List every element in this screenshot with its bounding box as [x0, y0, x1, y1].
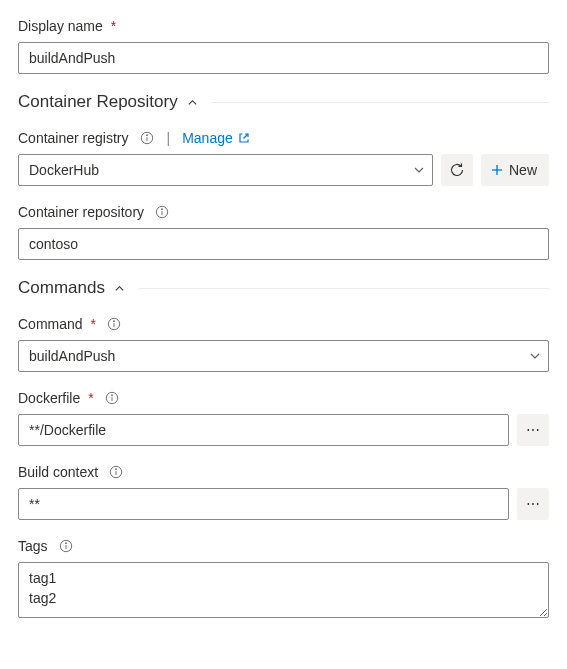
- container-repository-input[interactable]: [18, 228, 549, 260]
- svg-point-7: [162, 209, 163, 210]
- svg-point-19: [65, 543, 66, 544]
- svg-point-13: [111, 395, 112, 396]
- section-commands[interactable]: Commands: [18, 278, 549, 298]
- ellipsis-icon: ⋯: [526, 422, 541, 438]
- ellipsis-icon: ⋯: [526, 496, 541, 512]
- svg-point-16: [116, 469, 117, 470]
- command-select[interactable]: buildAndPush: [18, 340, 549, 372]
- new-button[interactable]: New: [481, 154, 549, 186]
- manage-link[interactable]: Manage: [182, 130, 250, 146]
- section-divider: [139, 288, 549, 289]
- svg-point-10: [114, 321, 115, 322]
- container-registry-label: Container registry: [18, 130, 129, 146]
- info-icon[interactable]: [108, 464, 124, 480]
- tags-label: Tags: [18, 538, 48, 554]
- info-icon[interactable]: [106, 316, 122, 332]
- build-context-input[interactable]: [18, 488, 509, 520]
- display-name-label: Display name: [18, 18, 103, 34]
- build-context-browse-button[interactable]: ⋯: [517, 488, 549, 520]
- required-indicator: *: [91, 316, 96, 332]
- command-label: Command: [18, 316, 83, 332]
- info-icon[interactable]: [104, 390, 120, 406]
- info-icon[interactable]: [139, 130, 155, 146]
- build-context-label: Build context: [18, 464, 98, 480]
- section-divider: [212, 102, 549, 103]
- dockerfile-label: Dockerfile: [18, 390, 80, 406]
- section-title: Container Repository: [18, 92, 178, 112]
- refresh-button[interactable]: [441, 154, 473, 186]
- dockerfile-input[interactable]: [18, 414, 509, 446]
- required-indicator: *: [88, 390, 93, 406]
- chevron-up-icon: [186, 95, 200, 109]
- display-name-input[interactable]: [18, 42, 549, 74]
- separator: |: [167, 130, 171, 146]
- tags-textarea[interactable]: [18, 562, 549, 618]
- section-title: Commands: [18, 278, 105, 298]
- plus-icon: [489, 162, 505, 178]
- refresh-icon: [449, 162, 465, 178]
- dockerfile-browse-button[interactable]: ⋯: [517, 414, 549, 446]
- external-link-icon: [238, 132, 250, 144]
- info-icon[interactable]: [154, 204, 170, 220]
- container-registry-select[interactable]: DockerHub: [18, 154, 433, 186]
- required-indicator: *: [111, 18, 116, 34]
- info-icon[interactable]: [58, 538, 74, 554]
- container-repository-label: Container repository: [18, 204, 144, 220]
- chevron-up-icon: [113, 281, 127, 295]
- svg-point-2: [146, 135, 147, 136]
- section-container-repository[interactable]: Container Repository: [18, 92, 549, 112]
